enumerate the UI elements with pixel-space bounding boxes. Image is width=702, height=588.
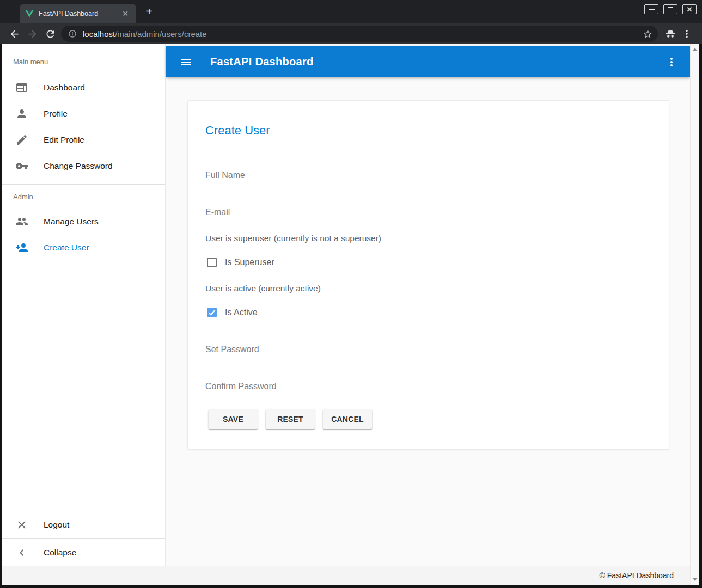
- sidebar-item-label: Collapse: [44, 548, 76, 558]
- person-add-icon: [15, 241, 28, 254]
- sidebar-bottom: Logout Collapse: [2, 511, 165, 566]
- superuser-checkbox[interactable]: [207, 258, 217, 267]
- email-input[interactable]: [205, 222, 651, 222]
- app-toolbar: FastAPI Dashboard: [166, 46, 690, 77]
- reload-button[interactable]: [43, 27, 57, 41]
- main-area: FastAPI Dashboard Create User Full Name …: [166, 44, 690, 566]
- sidebar-item-create-user[interactable]: Create User: [2, 235, 165, 261]
- sidebar-item-manage-users[interactable]: Manage Users: [2, 209, 165, 235]
- scroll-up-icon[interactable]: [692, 48, 698, 51]
- bookmark-star-icon[interactable]: [643, 29, 653, 39]
- active-checkbox-label: Is Active: [225, 308, 258, 317]
- check-icon: [207, 308, 217, 317]
- confirm-password-label: Confirm Password: [205, 382, 277, 391]
- sidebar-item-label: Manage Users: [44, 217, 99, 226]
- app-footer: © FastAPI Dashboard: [2, 566, 690, 585]
- page-title: Create User: [205, 124, 270, 138]
- set-password-label: Set Password: [205, 345, 259, 354]
- superuser-checkbox-label: Is Superuser: [225, 258, 274, 267]
- browser-tab[interactable]: FastAPI Dashboard ✕: [20, 4, 136, 23]
- sidebar-item-profile[interactable]: Profile: [2, 101, 165, 127]
- set-password-input[interactable]: [205, 359, 651, 359]
- info-icon[interactable]: [68, 29, 77, 38]
- sidebar-item-collapse[interactable]: Collapse: [2, 539, 165, 566]
- address-bar[interactable]: localhost/main/admin/users/create: [61, 26, 658, 42]
- full-name-input[interactable]: [205, 185, 651, 185]
- forward-icon: [27, 28, 38, 40]
- url-text: localhost/main/admin/users/create: [83, 29, 207, 39]
- active-checkbox-row[interactable]: Is Active: [207, 308, 258, 317]
- incognito-icon: [664, 28, 676, 40]
- maximize-icon: [668, 7, 673, 11]
- sidebar-item-label: Change Password: [44, 161, 113, 171]
- sidebar-item-label: Dashboard: [44, 83, 85, 93]
- cancel-button[interactable]: CANCEL: [323, 409, 372, 429]
- incognito-indicator: [664, 27, 677, 40]
- url-path: /main/admin/users/create: [115, 29, 206, 39]
- sidebar-item-edit-profile[interactable]: Edit Profile: [2, 127, 165, 153]
- browser-menu-button[interactable]: [680, 27, 693, 40]
- sidebar-item-logout[interactable]: Logout: [2, 511, 165, 538]
- sidebar-divider: [2, 184, 165, 185]
- new-tab-button[interactable]: +: [143, 5, 156, 19]
- sidebar-item-dashboard[interactable]: Dashboard: [2, 75, 165, 101]
- back-button[interactable]: [7, 27, 21, 41]
- hamburger-menu-icon[interactable]: [179, 56, 192, 69]
- active-hint: User is active (currently active): [205, 284, 321, 293]
- superuser-hint: User is superuser (currently is not a su…: [205, 234, 381, 243]
- footer-copyright: © FastAPI Dashboard: [600, 571, 674, 580]
- minimize-icon: [649, 9, 655, 10]
- reload-icon: [45, 28, 56, 40]
- url-host: localhost: [83, 29, 115, 39]
- email-label: E-mail: [205, 207, 230, 217]
- sidebar: Main menu Dashboard Profile Edit Profile…: [2, 44, 166, 566]
- kebab-menu-icon: [681, 28, 693, 40]
- window-maximize-button[interactable]: [663, 4, 677, 14]
- sidebar-section-main-menu: Main menu: [13, 58, 165, 66]
- active-checkbox[interactable]: [207, 308, 217, 317]
- confirm-password-input[interactable]: [205, 396, 651, 396]
- sidebar-item-label: Edit Profile: [44, 135, 84, 145]
- chevron-left-icon: [15, 546, 28, 559]
- form-buttons: SAVE RESET CANCEL: [209, 409, 372, 429]
- window-controls: ✕: [644, 4, 697, 14]
- full-name-label: Full Name: [205, 170, 245, 180]
- appbar-kebab-menu-icon[interactable]: [665, 56, 678, 69]
- superuser-checkbox-row[interactable]: Is Superuser: [207, 258, 274, 267]
- tab-title: FastAPI Dashboard: [39, 10, 120, 17]
- sidebar-item-change-password[interactable]: Change Password: [2, 153, 165, 179]
- sidebar-item-label: Profile: [44, 109, 68, 119]
- sidebar-item-label: Logout: [44, 520, 69, 530]
- close-x-icon: [15, 518, 28, 531]
- vue-logo-icon: [25, 10, 34, 17]
- save-button[interactable]: SAVE: [209, 409, 258, 429]
- close-icon: ✕: [687, 6, 693, 13]
- key-icon: [15, 160, 28, 173]
- window-close-button[interactable]: ✕: [682, 4, 697, 14]
- browser-tab-strip: FastAPI Dashboard ✕ + ✕: [0, 0, 702, 23]
- window-minimize-button[interactable]: [644, 4, 658, 14]
- dashboard-icon: [15, 81, 28, 94]
- pencil-icon: [15, 133, 28, 146]
- back-icon: [9, 28, 20, 40]
- sidebar-item-label: Create User: [44, 243, 89, 253]
- person-icon: [15, 107, 28, 120]
- sidebar-section-admin: Admin: [13, 193, 165, 201]
- page-content: Main menu Dashboard Profile Edit Profile…: [2, 44, 699, 585]
- appbar-title: FastAPI Dashboard: [210, 56, 314, 68]
- scroll-down-icon[interactable]: [692, 578, 698, 581]
- reset-button[interactable]: RESET: [266, 409, 315, 429]
- browser-toolbar: localhost/main/admin/users/create: [0, 23, 702, 44]
- page-scrollbar[interactable]: [690, 44, 699, 585]
- group-icon: [15, 215, 28, 228]
- forward-button[interactable]: [25, 27, 39, 41]
- create-user-card: Create User Full Name E-mail User is sup…: [187, 100, 669, 450]
- tab-close-icon[interactable]: ✕: [120, 9, 131, 19]
